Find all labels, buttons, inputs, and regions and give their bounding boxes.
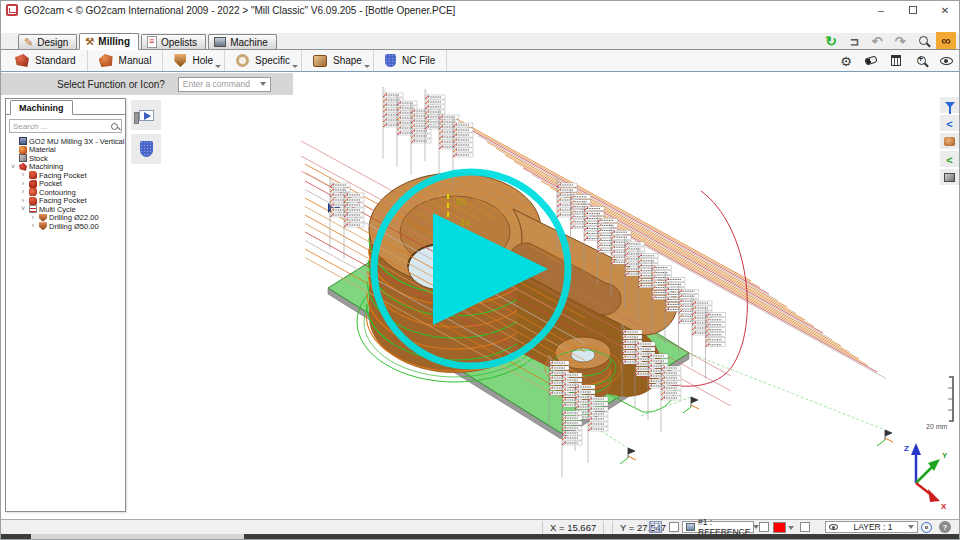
tree-item-material[interactable]: Material	[8, 146, 125, 155]
tree-item-drilling-50-00[interactable]: › Drilling Ø50.00	[8, 222, 125, 231]
window-controls: – ✕	[865, 2, 960, 19]
toolbar-button-nc-file[interactable]: NC File	[374, 50, 447, 71]
expander-icon[interactable]: ›	[19, 171, 27, 179]
refresh-button[interactable]	[821, 32, 841, 49]
ribbon-tab-design[interactable]: Design	[18, 34, 77, 49]
depth-label: 49	[460, 218, 470, 228]
caliper-button[interactable]	[844, 32, 864, 49]
plane-select[interactable]: #1 : REFERENCE	[682, 521, 754, 533]
tree-item-drilling-22-00[interactable]: › Drilling Ø22.00	[8, 214, 125, 223]
milling-icon	[85, 36, 94, 47]
help-button[interactable]: ?	[939, 521, 951, 533]
tree-search-input[interactable]: Search ...	[9, 119, 122, 133]
clean-button[interactable]	[886, 52, 906, 69]
facing-icon	[29, 171, 37, 179]
command-combo[interactable]: Enter a command	[178, 77, 271, 92]
origin-marker	[877, 430, 893, 446]
undo-button[interactable]	[867, 32, 887, 49]
machining-icon	[19, 163, 27, 171]
machine-doc-button[interactable]	[131, 134, 161, 164]
maximize-button[interactable]	[897, 2, 929, 19]
redo-icon	[895, 32, 906, 50]
manual-icon	[99, 54, 113, 67]
toolbar-button-shape[interactable]: Shape	[302, 50, 374, 71]
bottom-strip-segment	[31, 534, 244, 540]
multicycle-icon	[29, 205, 37, 213]
tree-item-machining[interactable]: ˅ Machining	[8, 163, 125, 172]
chevron-down-icon	[260, 82, 266, 86]
glasses-icon	[936, 32, 956, 49]
standard-icon	[15, 54, 29, 67]
origin-marker	[620, 448, 636, 464]
minimize-button[interactable]: –	[865, 2, 897, 19]
expander-icon[interactable]: ›	[19, 197, 27, 205]
expander-icon[interactable]: ›	[29, 214, 37, 222]
tree-item-stock[interactable]: Stock	[8, 154, 125, 163]
expander-icon[interactable]: ˅	[19, 205, 27, 213]
redo-button[interactable]	[890, 32, 910, 49]
eraser-icon	[864, 55, 878, 65]
tree-item-multi-cycle[interactable]: ˅ Multi Cycle	[8, 205, 125, 214]
tree-item-contouring[interactable]: › Contouring	[8, 188, 125, 197]
eraser-button[interactable]	[861, 52, 881, 69]
zoom-in-icon	[917, 56, 926, 65]
expander-icon[interactable]: ›	[19, 188, 27, 196]
contouring-icon	[29, 188, 37, 196]
color-swatch-button[interactable]	[773, 522, 794, 533]
ribbon-tabs: Design Milling Opelists Machine	[1, 33, 960, 50]
zoom-in-button[interactable]	[911, 52, 931, 69]
refresh-icon	[825, 32, 837, 50]
layer-checkbox[interactable]	[800, 522, 810, 532]
scale-label: 20 mm	[926, 423, 948, 430]
quick-toolbar-row1	[821, 32, 956, 49]
tab-machining[interactable]: Machining	[10, 100, 73, 115]
side-buttons	[131, 100, 161, 164]
toolbar-button-specific[interactable]: Specific	[225, 50, 302, 71]
view-orbit-button[interactable]	[921, 522, 932, 533]
modify-button[interactable]	[836, 52, 856, 69]
specific-icon	[236, 54, 249, 67]
glasses-button[interactable]	[936, 32, 956, 49]
axis-y-label: Y	[942, 451, 948, 460]
expander-icon[interactable]: ›	[29, 222, 37, 230]
viewport-3d[interactable]: 50 49	[301, 86, 960, 516]
toolbar-button-manual[interactable]: Manual	[88, 50, 164, 71]
tree-item-go2-mu-milling-3x-vertical[interactable]: GO2 MU Milling 3X - Vertical	[8, 137, 125, 146]
ribbon-tab-milling[interactable]: Milling	[79, 33, 139, 50]
ribbon-tab-opelists[interactable]: Opelists	[141, 34, 206, 49]
quick-toolbar-row2	[836, 52, 956, 69]
close-button[interactable]: ✕	[929, 2, 960, 19]
toolbar-button-standard[interactable]: Standard	[4, 50, 88, 71]
operations-tree: GO2 MU Milling 3X - Vertical Material St…	[6, 136, 125, 231]
chevron-down-icon	[908, 525, 914, 529]
tree-item-facing-pocket[interactable]: › Facing Pocket	[8, 197, 125, 206]
menu-bar	[1, 19, 960, 33]
color-checkbox[interactable]	[759, 522, 769, 532]
shape-icon	[313, 55, 327, 67]
ribbon-tab-machine[interactable]: Machine	[208, 34, 277, 49]
magnifier-button[interactable]	[913, 32, 933, 49]
search-icon	[111, 123, 118, 130]
layer-visibility-icon	[829, 524, 838, 530]
pocket-icon	[29, 180, 37, 188]
plane-checkbox[interactable]	[669, 522, 679, 532]
chevron-down-icon	[788, 526, 794, 530]
modify-icon	[840, 52, 852, 70]
tree-item-pocket[interactable]: › Pocket	[8, 180, 125, 189]
stock-icon	[19, 154, 27, 162]
toolbar-button-hole[interactable]: Hole	[163, 50, 225, 71]
clean-icon	[891, 55, 901, 66]
coordinate-x: X = 15.667	[542, 521, 604, 534]
3d-model-scene	[301, 87, 893, 477]
hole-icon	[174, 54, 186, 67]
bottom-strip	[1, 534, 960, 540]
grid-button[interactable]	[649, 521, 662, 533]
simulation-button[interactable]	[131, 100, 161, 130]
expander-icon[interactable]: ›	[19, 180, 27, 188]
layer-select[interactable]: LAYER : 1	[825, 521, 918, 533]
tree-item-facing-pocket[interactable]: › Facing Pocket	[8, 171, 125, 180]
expander-icon[interactable]: ˅	[9, 163, 17, 171]
visibility-button[interactable]	[936, 52, 956, 69]
facing-icon	[29, 197, 37, 205]
app-logo-icon	[6, 4, 18, 16]
